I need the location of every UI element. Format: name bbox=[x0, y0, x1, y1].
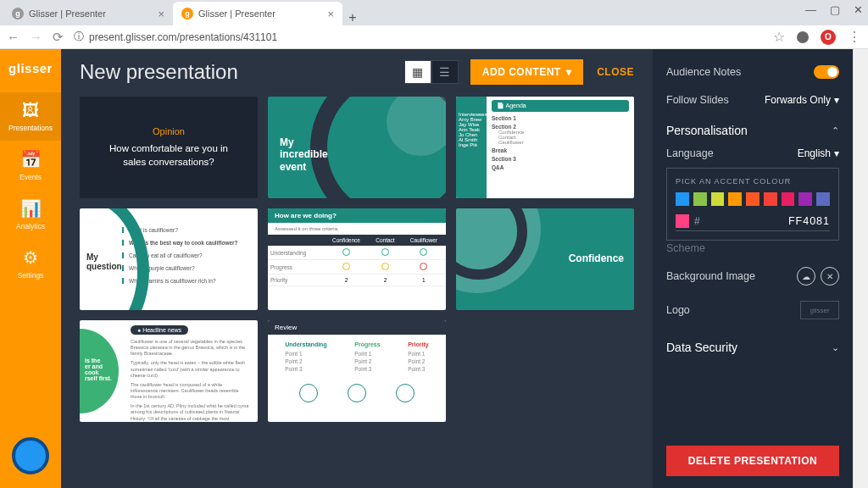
reload-button[interactable]: ⟳ bbox=[53, 30, 64, 45]
events-icon: 📅 bbox=[20, 149, 42, 169]
sidebar-item-events[interactable]: 📅 Events bbox=[0, 141, 61, 190]
address-bar[interactable]: ⓘ present.glisser.com/presentations/4311… bbox=[74, 30, 763, 44]
brand-logo: glisser bbox=[8, 61, 53, 75]
extension-icon[interactable] bbox=[797, 31, 809, 43]
slide-thumbnail[interactable]: is theer andcookrself first. ● Headline … bbox=[80, 320, 258, 422]
hex-input[interactable]: FF4081 bbox=[788, 215, 830, 227]
colour-swatch[interactable] bbox=[782, 192, 795, 206]
site-info-icon[interactable]: ⓘ bbox=[74, 30, 84, 44]
slide-thumbnail[interactable]: Myquestion What is cauliflower? What is … bbox=[80, 208, 258, 310]
forward-button[interactable]: → bbox=[30, 30, 42, 44]
colour-swatch[interactable] bbox=[746, 192, 760, 206]
delete-presentation-button[interactable]: DELETE PRESENTATION bbox=[666, 446, 839, 476]
window-close[interactable]: ✕ bbox=[854, 3, 863, 16]
colour-swatch[interactable] bbox=[711, 192, 725, 206]
slide-thumbnail[interactable]: Review UnderstandingPoint 1Point 2Point … bbox=[268, 320, 446, 422]
browser-tab-1[interactable]: g Glisser | Presenter × bbox=[3, 2, 173, 25]
list-view-button[interactable]: ☰ bbox=[431, 60, 459, 84]
language-dropdown[interactable]: English ▾ bbox=[798, 147, 839, 159]
accent-colour-picker: PICK AN ACCENT COLOUR # FF4081 bbox=[666, 168, 839, 241]
sidebar-item-presentations[interactable]: 🖼 Presentations bbox=[0, 92, 61, 141]
slide-thumbnail[interactable]: Opinion How comfortable are you insales … bbox=[80, 97, 258, 198]
url: present.glisser.com/presentations/431101 bbox=[89, 31, 277, 43]
sidebar-item-label: Presentations bbox=[8, 124, 53, 132]
data-security-section[interactable]: Data Security⌄ bbox=[666, 327, 839, 359]
slide-thumbnail[interactable]: Interviewees: Amy Brew Jay Wise Ann Teak… bbox=[456, 97, 634, 198]
sidebar-item-label: Events bbox=[19, 173, 42, 181]
user-avatar[interactable] bbox=[12, 437, 49, 474]
follow-slides-label: Follow Slides bbox=[666, 94, 729, 106]
chevron-down-icon: ⌄ bbox=[832, 342, 839, 353]
follow-slides-dropdown[interactable]: Forwards Only ▾ bbox=[765, 94, 839, 106]
sidebar-item-settings[interactable]: ⚙ Settings bbox=[0, 239, 61, 288]
app-sidebar: glisser 🖼 Presentations 📅 Events 📊 Analy… bbox=[0, 49, 61, 488]
sidebar-item-analytics[interactable]: 📊 Analytics bbox=[0, 190, 61, 239]
tab-favicon: g bbox=[181, 8, 193, 19]
logo-preview[interactable]: glisser bbox=[800, 301, 839, 319]
sidebar-item-label: Settings bbox=[18, 271, 44, 280]
tab-title: Glisser | Presenter bbox=[29, 8, 106, 19]
back-button[interactable]: ← bbox=[7, 30, 19, 44]
chevron-down-icon: ▾ bbox=[566, 66, 572, 78]
scheme-label: Scheme bbox=[666, 242, 839, 254]
slide-tag: Opinion bbox=[153, 126, 185, 136]
audience-notes-label: Audience Notes bbox=[666, 66, 741, 78]
colour-swatch[interactable] bbox=[728, 192, 742, 206]
grid-view-button[interactable]: ▦ bbox=[404, 60, 431, 84]
language-label: Language bbox=[666, 147, 714, 159]
settings-panel: Audience Notes Follow Slides Forwards On… bbox=[653, 49, 853, 488]
colour-swatch[interactable] bbox=[764, 192, 777, 206]
colour-swatch[interactable] bbox=[693, 192, 707, 206]
add-content-button[interactable]: ADD CONTENT▾ bbox=[470, 59, 583, 85]
slide-thumbnail[interactable]: Myincredibleevent bbox=[268, 97, 446, 198]
tab-title: Glisser | Presenter bbox=[198, 8, 275, 19]
slide-thumbnail[interactable]: How are we doing? Assessed it on three c… bbox=[268, 208, 446, 310]
logo-label: Logo bbox=[666, 304, 690, 316]
audience-notes-toggle[interactable] bbox=[814, 65, 839, 79]
tab-favicon: g bbox=[12, 8, 24, 19]
colour-swatch[interactable] bbox=[816, 192, 830, 206]
tab-close-icon[interactable]: × bbox=[327, 8, 334, 20]
current-colour-swatch bbox=[676, 214, 689, 228]
analytics-icon: 📊 bbox=[20, 198, 42, 219]
bookmark-icon[interactable]: ☆ bbox=[773, 29, 785, 45]
menu-icon[interactable]: ⋮ bbox=[848, 29, 861, 45]
chevron-down-icon: ▾ bbox=[834, 147, 839, 159]
accent-label: PICK AN ACCENT COLOUR bbox=[676, 177, 830, 186]
background-image-label: Background Image bbox=[666, 270, 755, 282]
profile-badge[interactable]: O bbox=[821, 30, 836, 45]
presentations-icon: 🖼 bbox=[22, 101, 39, 120]
remove-bg-button[interactable]: ✕ bbox=[821, 267, 839, 286]
settings-icon: ⚙ bbox=[23, 247, 38, 268]
new-tab-button[interactable]: + bbox=[342, 10, 363, 25]
page-title: New presentation bbox=[80, 60, 404, 84]
tab-close-icon[interactable]: × bbox=[158, 8, 164, 20]
slide-grid: Opinion How comfortable are you insales … bbox=[80, 97, 634, 422]
colour-swatch[interactable] bbox=[798, 192, 812, 206]
close-button[interactable]: CLOSE bbox=[597, 66, 634, 78]
chevron-down-icon: ▾ bbox=[834, 94, 839, 106]
upload-bg-button[interactable]: ☁ bbox=[797, 267, 815, 286]
os-scrollbar[interactable] bbox=[853, 49, 868, 488]
personalisation-section[interactable]: Personalisation⌃ bbox=[666, 114, 839, 142]
slide-thumbnail[interactable]: Confidence bbox=[456, 208, 634, 310]
chevron-up-icon: ⌃ bbox=[832, 125, 839, 136]
browser-tab-2[interactable]: g Glisser | Presenter × bbox=[173, 2, 342, 25]
window-maximize[interactable]: ▢ bbox=[830, 3, 840, 16]
sidebar-item-label: Analytics bbox=[16, 222, 45, 230]
window-minimize[interactable]: — bbox=[805, 3, 816, 16]
hash-symbol: # bbox=[694, 215, 700, 227]
colour-swatch[interactable] bbox=[676, 192, 689, 206]
